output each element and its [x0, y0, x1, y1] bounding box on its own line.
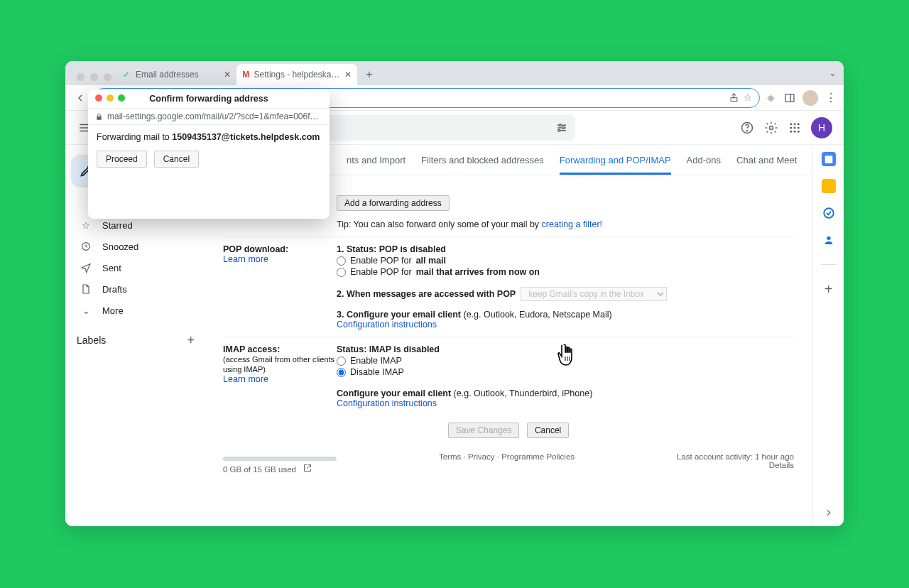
svg-point-19 — [794, 126, 796, 129]
imap-learn-more-link[interactable]: Learn more — [223, 374, 268, 384]
close-tab-icon[interactable]: ✕ — [344, 70, 352, 80]
pop-learn-more-link[interactable]: Learn more — [223, 254, 268, 264]
sidebar-item-drafts[interactable]: Drafts — [65, 278, 205, 300]
svg-rect-27 — [827, 187, 829, 190]
settings-body: Forwarding: Learn more Add a forwarding … — [205, 175, 812, 523]
add-label-button[interactable]: + — [187, 333, 195, 348]
horizontal-scrollbar[interactable] — [223, 457, 337, 461]
dialog-url-row: mail-settings.google.com/mail/u/2/?scd=1… — [88, 108, 330, 125]
pop-config-link[interactable]: Configuration instructions — [337, 320, 437, 330]
new-tab-button[interactable]: + — [360, 65, 379, 84]
tab-strip: ✓ Email addresses ✕ M Settings - helpdes… — [65, 61, 844, 85]
save-changes-button[interactable]: Save Changes — [448, 423, 520, 438]
tab-forwarding[interactable]: Forwarding and POP/IMAP — [560, 155, 671, 175]
dialog-zoom-dot[interactable] — [118, 94, 125, 102]
svg-point-11 — [558, 129, 560, 131]
zoom-dot[interactable] — [104, 73, 111, 81]
svg-point-18 — [790, 126, 792, 129]
sidepanel-icon[interactable] — [784, 92, 795, 104]
imap-conf-bold: Configure your email client — [337, 388, 451, 398]
imap-disable-label: Disable IMAP — [350, 367, 404, 377]
imap-radio-disable[interactable] — [337, 368, 346, 377]
pop-option1-bold: all mail — [416, 256, 446, 266]
share-icon[interactable] — [729, 92, 739, 103]
cancel-settings-button[interactable]: Cancel — [527, 423, 569, 438]
sidebar-item-more[interactable]: ⌄ More — [65, 300, 205, 321]
terms-link[interactable]: Terms — [439, 452, 461, 461]
labels-title: Labels — [77, 334, 106, 346]
pop-option-allmail[interactable]: Enable POP for all mail — [337, 256, 794, 266]
pop-radio-allmail[interactable] — [337, 256, 346, 266]
tabstrip-chevron-icon[interactable]: ⌄ — [829, 67, 837, 78]
dialog-traffic-lights — [95, 94, 125, 102]
imap-radio-enable[interactable] — [337, 356, 346, 366]
cancel-button[interactable]: Cancel — [154, 151, 199, 168]
svg-point-14 — [770, 126, 773, 129]
dialog-email: 1509435137@tickets.helpdesk.com — [172, 132, 320, 142]
tab-accounts[interactable]: nts and Import — [347, 155, 405, 175]
close-dot[interactable] — [77, 73, 85, 81]
pop-line3-rest: (e.g. Outlook, Eudora, Netscape Mail) — [461, 310, 612, 320]
proceed-button[interactable]: Proceed — [97, 151, 147, 168]
browser-window: ✓ Email addresses ✕ M Settings - helpdes… — [65, 61, 844, 526]
pop-option2-bold: mail that arrives from now on — [416, 267, 540, 277]
star-icon[interactable]: ☆ — [744, 92, 752, 103]
add-addon-icon[interactable]: + — [822, 282, 836, 296]
help-icon[interactable] — [740, 121, 754, 135]
imap-enable-label: Enable IMAP — [350, 356, 402, 366]
create-filter-link[interactable]: creating a filter! — [542, 219, 602, 229]
open-storage-icon[interactable] — [300, 465, 311, 474]
section-pop: POP download: Learn more 1. Status: POP … — [223, 237, 794, 337]
macos-traffic-lights — [72, 73, 116, 85]
activity-text: Last account activity: 1 hour ago — [677, 452, 794, 461]
pop-option1-pre: Enable POP for — [350, 256, 412, 266]
tab-title: Settings - helpdeskapp.helpce — [254, 70, 340, 80]
svg-point-20 — [798, 126, 800, 129]
dialog-close-dot[interactable] — [95, 94, 102, 102]
keep-icon[interactable] — [822, 179, 836, 193]
details-link[interactable]: Details — [769, 461, 794, 469]
browser-tab-1[interactable]: M Settings - helpdeskapp.helpce ✕ — [236, 64, 357, 85]
back-button[interactable] — [72, 90, 88, 106]
pop-option-fromnow[interactable]: Enable POP for mail that arrives from no… — [337, 267, 794, 277]
policies-link[interactable]: Programme Policies — [501, 452, 575, 461]
tab-filters[interactable]: Filters and blocked addresses — [421, 155, 544, 175]
sidebar-item-snoozed[interactable]: Snoozed — [65, 236, 205, 257]
labels-header: Labels + — [65, 327, 205, 354]
svg-point-23 — [798, 130, 800, 132]
add-forwarding-address-button[interactable]: Add a forwarding address — [337, 195, 450, 211]
sidebar-item-label: More — [102, 305, 124, 316]
dialog-titlebar: Confirm forwarding address — [88, 89, 330, 108]
tune-icon[interactable] — [555, 121, 568, 134]
dialog-line-prefix: Forwarding mail to — [97, 132, 172, 142]
svg-rect-1 — [785, 94, 794, 102]
profile-avatar[interactable] — [802, 90, 818, 106]
browser-menu-icon[interactable]: ⋮ — [825, 91, 837, 104]
side-panel: + — [812, 111, 844, 526]
tab-title: Email addresses — [136, 70, 199, 80]
footer: 0 GB of 15 GB used Terms · Privacy · Pro… — [223, 442, 794, 484]
pop-action-select[interactable]: keep Gmail's copy in the Inbox — [521, 287, 667, 301]
close-tab-icon[interactable]: ✕ — [224, 70, 231, 80]
settings-icon[interactable] — [764, 121, 778, 135]
extensions-icon[interactable] — [766, 92, 777, 104]
collapse-sidepanel-icon[interactable] — [824, 508, 834, 518]
contacts-icon[interactable] — [822, 233, 836, 247]
imap-config-link[interactable]: Configuration instructions — [337, 398, 437, 408]
imap-subtext: (access Gmail from other clients using I… — [223, 355, 334, 374]
apps-icon[interactable] — [788, 121, 801, 134]
dialog-host: mail-settings.google.com/mail/u/2/?scd=1… — [107, 111, 322, 121]
dialog-minimize-dot[interactable] — [107, 94, 114, 102]
pop-radio-fromnow[interactable] — [337, 268, 346, 277]
tab-chat[interactable]: Chat and Meet — [736, 155, 797, 175]
tasks-icon[interactable] — [822, 206, 836, 220]
browser-tab-0[interactable]: ✓ Email addresses ✕ — [116, 64, 236, 85]
svg-point-10 — [562, 126, 565, 129]
minimize-dot[interactable] — [90, 73, 98, 81]
calendar-icon[interactable] — [822, 152, 836, 166]
sidebar-item-sent[interactable]: Sent — [65, 257, 205, 278]
privacy-link[interactable]: Privacy — [468, 452, 495, 461]
pop-line2: 2. When messages are accessed with POP — [337, 289, 516, 299]
tab-addons[interactable]: Add-ons — [687, 155, 721, 175]
account-avatar[interactable]: H — [811, 117, 832, 138]
